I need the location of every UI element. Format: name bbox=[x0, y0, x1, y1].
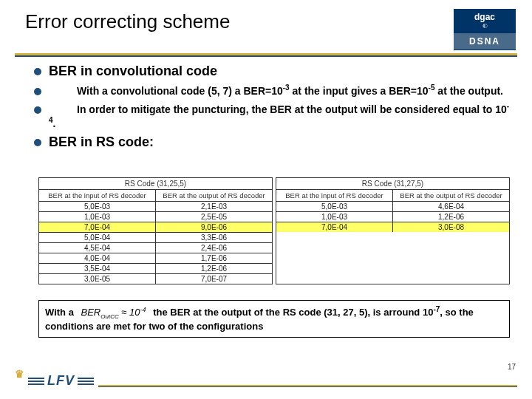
bullet-icon bbox=[34, 88, 41, 95]
cell-output: 2,5E-05 bbox=[156, 212, 272, 222]
note-pre: With a bbox=[45, 307, 77, 318]
table-a-caption: RS Code (31,25,5) bbox=[39, 178, 272, 190]
table-row: 5,0E-043,3E-06 bbox=[39, 233, 272, 243]
table-row: 5,0E-032,1E-03 bbox=[39, 202, 272, 212]
table-a-body: 5,0E-032,1E-031,0E-032,5E-057,0E-049,0E-… bbox=[39, 202, 272, 284]
bullet-3: In order to mitigate the puncturing, the… bbox=[34, 102, 513, 130]
cell-input: 3,0E-05 bbox=[39, 274, 156, 284]
table-b-col1: BER at the input of RS decoder bbox=[276, 190, 393, 201]
table-rs-31-27-5: RS Code (31,27,5) BER at the input of RS… bbox=[276, 177, 510, 284]
header-divider bbox=[15, 53, 517, 57]
table-b-header: BER at the input of RS decoder BER at th… bbox=[276, 190, 509, 202]
note-mid: the BER at the output of the RS code (31… bbox=[153, 307, 433, 318]
bullet-4-text: BER in RS code: bbox=[49, 134, 154, 150]
stripes-icon bbox=[78, 376, 94, 386]
table-row: 7,0E-043,0E-08 bbox=[276, 222, 509, 232]
lfv-text: LFV bbox=[47, 373, 75, 389]
cell-output: 3,0E-08 bbox=[393, 222, 509, 232]
note-formula: BEROutCC ≈ 10-4 bbox=[81, 306, 146, 321]
cell-output: 9,0E-06 bbox=[156, 222, 272, 232]
logo-dsna-label: DSNA bbox=[454, 33, 516, 50]
table-row: 3,0E-057,0E-07 bbox=[39, 274, 272, 284]
logo-dgac-dsna: dgac ◐ DSNA bbox=[454, 9, 516, 50]
table-row: 4,5E-042,4E-06 bbox=[39, 243, 272, 253]
table-a-col2: BER at the output of RS decoder bbox=[156, 190, 272, 201]
bullet-1-text: BER in convolutional code bbox=[49, 64, 217, 79]
content-area: BER in convolutional code With a convolu… bbox=[34, 64, 513, 154]
table-row: 3,5E-041,2E-06 bbox=[39, 264, 272, 274]
table-rs-31-25-5: RS Code (31,25,5) BER at the input of RS… bbox=[38, 177, 273, 284]
table-row: 7,0E-049,0E-06 bbox=[39, 222, 272, 233]
cell-input: 5,0E-03 bbox=[39, 202, 156, 211]
bullet-3-text: In order to mitigate the puncturing, the… bbox=[49, 102, 513, 130]
logo-globe-icon: ◐ bbox=[454, 22, 516, 29]
cell-output: 7,0E-07 bbox=[156, 274, 272, 284]
cell-input: 4,5E-04 bbox=[39, 243, 156, 253]
cell-output: 4,6E-04 bbox=[393, 202, 509, 211]
cell-input: 5,0E-04 bbox=[39, 233, 156, 242]
note-box: With a BEROutCC ≈ 10-4 the BER at the ou… bbox=[38, 300, 510, 338]
table-a-header: BER at the input of RS decoder BER at th… bbox=[39, 190, 272, 202]
bullet-icon bbox=[34, 106, 41, 114]
table-b-col2: BER at the output of RS decoder bbox=[393, 190, 509, 201]
stripes-icon bbox=[28, 376, 44, 386]
page-title: Error correcting scheme bbox=[0, 0, 532, 33]
cell-input: 3,5E-04 bbox=[39, 264, 156, 273]
cell-input: 5,0E-03 bbox=[276, 202, 393, 211]
cell-input: 7,0E-04 bbox=[276, 222, 393, 232]
cell-output: 1,7E-06 bbox=[156, 253, 272, 263]
cell-output: 1,2E-06 bbox=[156, 264, 272, 273]
bullet-icon bbox=[34, 68, 41, 75]
footer-accent: ♛ LFV bbox=[15, 373, 517, 389]
table-row: 1,0E-031,2E-06 bbox=[276, 212, 509, 222]
bullet-2: With a convolutional code (5, 7) a BER=1… bbox=[34, 83, 513, 98]
bullet-icon bbox=[34, 139, 41, 146]
table-b-caption: RS Code (31,27,5) bbox=[276, 178, 509, 190]
bullet-2-text: With a convolutional code (5, 7) a BER=1… bbox=[49, 83, 503, 98]
slide-root: Error correcting scheme dgac ◐ DSNA BER … bbox=[0, 0, 532, 399]
table-a-col1: BER at the input of RS decoder bbox=[39, 190, 156, 201]
footer-line bbox=[98, 385, 517, 387]
table-b-body: 5,0E-034,6E-041,0E-031,2E-067,0E-043,0E-… bbox=[276, 202, 509, 232]
table-row: 5,0E-034,6E-04 bbox=[276, 202, 509, 212]
tables-wrap: RS Code (31,25,5) BER at the input of RS… bbox=[38, 177, 510, 284]
bullet-4: BER in RS code: bbox=[34, 134, 513, 150]
cell-input: 4,0E-04 bbox=[39, 253, 156, 263]
cell-output: 1,2E-06 bbox=[393, 212, 509, 222]
table-row: 4,0E-041,7E-06 bbox=[39, 253, 272, 264]
crown-icon: ♛ bbox=[15, 368, 25, 380]
cell-output: 2,4E-06 bbox=[156, 243, 272, 253]
table-row: 1,0E-032,5E-05 bbox=[39, 212, 272, 222]
cell-input: 1,0E-03 bbox=[39, 212, 156, 222]
cell-input: 1,0E-03 bbox=[276, 212, 393, 222]
logo-dgac-label: dgac bbox=[454, 9, 516, 22]
note-mid-exp: -7 bbox=[433, 305, 440, 313]
logo-lfv: ♛ LFV bbox=[15, 373, 94, 389]
page-number: 17 bbox=[508, 363, 516, 371]
cell-output: 2,1E-03 bbox=[156, 202, 272, 211]
cell-output: 3,3E-06 bbox=[156, 233, 272, 242]
cell-input: 7,0E-04 bbox=[39, 222, 156, 232]
bullet-1: BER in convolutional code bbox=[34, 64, 513, 79]
